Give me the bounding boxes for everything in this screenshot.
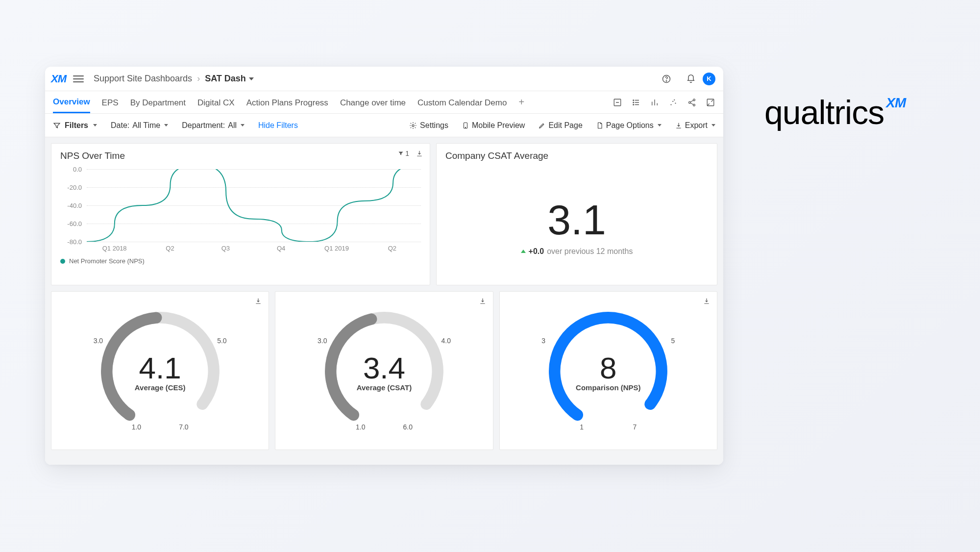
tab-overview[interactable]: Overview <box>53 91 90 113</box>
filter-count: 1 <box>405 150 409 157</box>
gauge-min: 1.0 <box>356 423 365 431</box>
date-filter-label: Date: <box>111 121 129 130</box>
breadcrumb-current[interactable]: SAT Dash <box>205 74 254 84</box>
gauge-tick-left: 3 <box>541 337 545 345</box>
gauge-ces-card: 4.1 Average (CES) 3.0 5.0 1.0 7.0 <box>51 291 269 450</box>
svg-point-1 <box>666 80 666 81</box>
ytick: -60.0 <box>58 220 82 227</box>
gauge-nps: 8 Comparison (NPS) 3 5 1 7 <box>544 307 672 435</box>
page-options-button[interactable]: Page Options <box>596 121 662 130</box>
csat-average-card: Company CSAT Average 3.1 +0.0 over previ… <box>436 143 717 285</box>
tab-eps[interactable]: EPS <box>102 92 119 113</box>
settings-button[interactable]: Settings <box>409 121 448 130</box>
filters-label: Filters <box>65 121 88 130</box>
download-icon[interactable] <box>255 298 262 304</box>
filter-icon <box>53 122 61 129</box>
xtick: Q2 <box>166 245 174 252</box>
gauge-csat: 3.4 Average (CSAT) 3.0 4.0 1.0 6.0 <box>320 307 448 435</box>
gauge-nps-card: 8 Comparison (NPS) 3 5 1 7 <box>499 291 717 450</box>
gauge-label: Average (CES) <box>135 383 186 392</box>
notifications-icon[interactable] <box>685 73 697 85</box>
mobile-preview-label: Mobile Preview <box>472 121 525 130</box>
gauge-tick-left: 3.0 <box>94 337 103 345</box>
tab-action-plans[interactable]: Action Plans Progress <box>246 92 328 113</box>
export-button[interactable]: Export <box>675 121 715 130</box>
chevron-down-icon <box>93 124 97 126</box>
nps-line-chart: 0.0-20.0-40.0-60.0-80.0 <box>87 169 421 242</box>
download-icon[interactable] <box>479 298 486 304</box>
filter-icon <box>398 151 404 156</box>
card-view-icon[interactable] <box>612 98 622 107</box>
breadcrumb-current-label: SAT Dash <box>205 74 246 84</box>
avatar-initial: K <box>707 75 711 82</box>
svg-point-3 <box>633 100 634 100</box>
svg-point-7 <box>672 100 673 101</box>
breadcrumb: Support Site Dashboards › SAT Dash <box>94 74 254 84</box>
card-filter-indicator[interactable]: 1 <box>398 150 409 157</box>
svg-point-14 <box>412 125 414 126</box>
csat-delta-value: +0.0 <box>529 247 544 256</box>
scatter-icon[interactable] <box>668 98 678 107</box>
department-filter-value: All <box>228 121 237 130</box>
breadcrumb-parent[interactable]: Support Site Dashboards <box>94 74 192 84</box>
card-title: NPS Over Time <box>51 144 430 166</box>
filters-button[interactable]: Filters <box>53 121 97 130</box>
gauge-label: Comparison (NPS) <box>576 383 641 392</box>
department-filter[interactable]: Department: All <box>182 121 245 130</box>
download-icon[interactable] <box>703 298 710 304</box>
mobile-preview-button[interactable]: Mobile Preview <box>462 121 525 130</box>
page-options-label: Page Options <box>606 121 654 130</box>
ytick: -80.0 <box>58 238 82 246</box>
bar-chart-icon[interactable] <box>650 98 660 107</box>
legend-label: Net Promoter Score (NPS) <box>69 257 145 265</box>
hide-filters-link[interactable]: Hide Filters <box>258 121 298 130</box>
svg-point-10 <box>693 99 695 100</box>
xtick: Q3 <box>221 245 230 252</box>
tab-custom-calendar[interactable]: Custom Calendar Demo <box>417 92 507 113</box>
add-tab-button[interactable]: + <box>518 97 524 108</box>
settings-label: Settings <box>420 121 448 130</box>
up-arrow-icon <box>521 250 526 253</box>
brand-text: qualtrics <box>764 93 884 131</box>
xtick: Q2 <box>388 245 396 252</box>
chevron-down-icon <box>658 124 662 126</box>
menu-icon[interactable] <box>73 75 84 82</box>
card-title: Company CSAT Average <box>437 144 717 166</box>
gauge-max: 6.0 <box>403 423 413 431</box>
svg-point-9 <box>674 99 675 100</box>
pencil-icon <box>539 122 545 129</box>
list-view-icon[interactable] <box>631 98 641 107</box>
mobile-icon <box>462 122 469 129</box>
csat-value: 3.1 <box>547 196 606 244</box>
filters-toolbar: Filters Date: All Time Department: All H… <box>45 114 723 137</box>
svg-point-16 <box>465 127 466 127</box>
gauge-max: 7 <box>633 423 637 431</box>
export-label: Export <box>685 121 708 130</box>
svg-point-11 <box>689 101 691 103</box>
gear-icon <box>409 122 417 129</box>
brand-suffix: XM <box>886 95 906 111</box>
xtick: Q1 2019 <box>324 245 349 252</box>
edit-page-button[interactable]: Edit Page <box>539 121 582 130</box>
share-icon[interactable] <box>687 98 697 107</box>
help-icon[interactable] <box>661 73 672 85</box>
nps-over-time-card: NPS Over Time 1 0.0-20.0-40.0-60.0-80.0 … <box>51 143 430 285</box>
avatar[interactable]: K <box>703 73 715 85</box>
date-filter[interactable]: Date: All Time <box>111 121 168 130</box>
gauge-value: 4.1 <box>139 351 181 385</box>
tab-digital-cx[interactable]: Digital CX <box>197 92 235 113</box>
ytick: 0.0 <box>58 166 82 173</box>
app-logo[interactable]: XM <box>51 73 66 85</box>
department-filter-label: Department: <box>182 121 225 130</box>
gauge-tick-right: 5.0 <box>217 337 226 345</box>
download-icon[interactable] <box>416 150 423 157</box>
tab-by-department[interactable]: By Department <box>130 92 186 113</box>
dashboard-canvas: NPS Over Time 1 0.0-20.0-40.0-60.0-80.0 … <box>45 137 723 465</box>
ytick: -20.0 <box>58 184 82 191</box>
legend-dot-icon <box>60 259 65 264</box>
fullscreen-icon[interactable] <box>706 98 715 107</box>
tab-change-over-time[interactable]: Change over time <box>340 92 406 113</box>
view-mode-icons <box>612 98 715 107</box>
gauge-max: 7.0 <box>179 423 188 431</box>
chevron-down-icon <box>711 124 715 126</box>
